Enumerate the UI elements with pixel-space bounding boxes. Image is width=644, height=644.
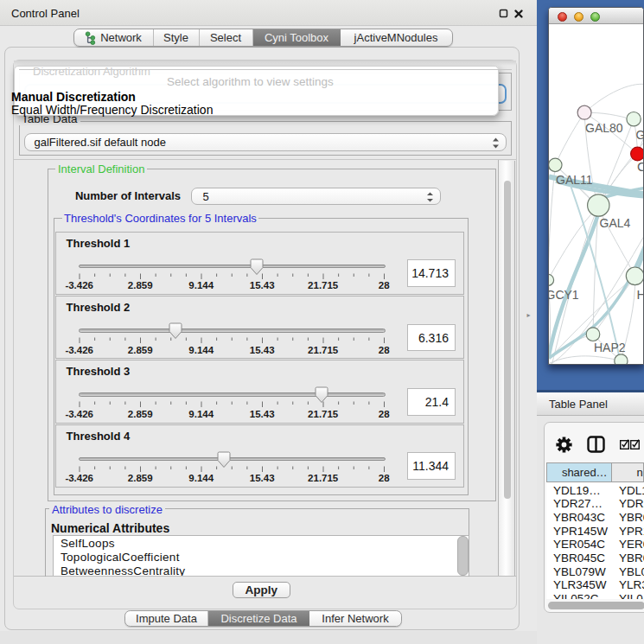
svg-text:GCY1: GCY1 [549,287,579,301]
svg-text:C: C [637,159,644,174]
svg-text:HAP2: HAP2 [594,341,626,354]
svg-text:GAL11: GAL11 [556,173,593,187]
svg-text:GAL80: GAL80 [585,121,623,135]
svg-text:GAL4: GAL4 [600,215,631,229]
svg-text:GA: GA [636,127,644,141]
svg-text:H: H [637,286,644,301]
